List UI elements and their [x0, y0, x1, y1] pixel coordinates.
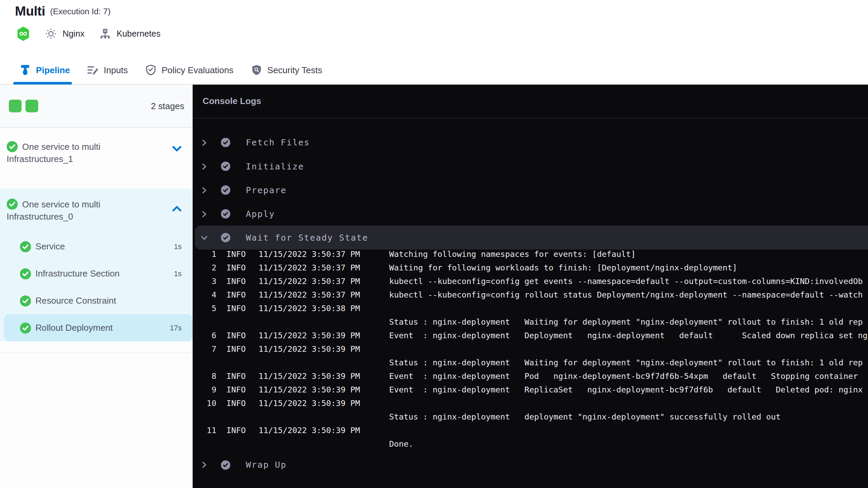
- log-line: 5INFO11/15/2022 3:50:38 PM: [193, 304, 868, 317]
- log-timestamp: 11/15/2022 3:50:37 PM: [258, 277, 360, 285]
- log-line: 2INFO11/15/2022 3:50:37 PMWaiting for fo…: [193, 263, 868, 277]
- log-line: 1INFO11/15/2022 3:50:37 PMWatching follo…: [193, 249, 868, 263]
- active-tab-underline: [13, 82, 72, 85]
- page-title: Multi: [15, 3, 45, 19]
- success-check-icon: [221, 460, 230, 470]
- log-message: Done.: [389, 439, 413, 448]
- step-duration: 17s: [170, 324, 181, 332]
- log-level: INFO: [226, 385, 246, 394]
- log-level: INFO: [226, 304, 246, 312]
- stage-status-square: [9, 100, 22, 113]
- log-level: INFO: [226, 344, 246, 353]
- console-body[interactable]: Fetch FilesInitializePrepareApplyWait fo…: [193, 118, 868, 476]
- hexagon-infinity-icon: [16, 26, 30, 42]
- step-infrastructure-section[interactable]: Infrastructure Section1s: [0, 260, 193, 287]
- log-message: Status : nginx-deployment Waiting for de…: [389, 358, 863, 367]
- pipeline-execution-app: Multi (Execution Id: 7) Nginx: [0, 0, 868, 488]
- chevron-right-icon[interactable]: [201, 163, 208, 170]
- stage-name-text: One service to multi Infrastructures_0: [7, 200, 101, 221]
- infrastructure-name: Kubernetes: [117, 29, 160, 39]
- log-timestamp: 11/15/2022 3:50:37 PM: [258, 249, 360, 258]
- success-check-icon: [221, 209, 230, 219]
- chevron-up-icon[interactable]: [172, 204, 182, 211]
- log-section-wrap-up[interactable]: Wrap Up: [193, 453, 868, 476]
- log-level: INFO: [226, 426, 246, 434]
- log-line-number: 4: [199, 290, 217, 299]
- step-label: Rollout Deployment: [35, 323, 113, 333]
- stage-header[interactable]: One service to multi Infrastructures_0: [0, 194, 193, 229]
- tab-bar: PipelineInputsPolicy EvaluationsSecurity…: [19, 56, 339, 84]
- stage-name: One service to multi Infrastructures_0: [7, 199, 162, 223]
- chevron-down-icon[interactable]: [172, 144, 182, 151]
- log-message: Event : nginx-deployment Pod nginx-deplo…: [389, 371, 858, 380]
- console-header: Console Logs: [193, 85, 868, 119]
- step-resource-constraint[interactable]: Resource Constraint: [0, 287, 193, 314]
- tab-policy-evaluations[interactable]: Policy Evaluations: [145, 56, 234, 84]
- log-line: Status : nginx-deployment Waiting for de…: [193, 358, 868, 371]
- log-section-fetch-files[interactable]: Fetch Files: [193, 130, 868, 154]
- stage-header[interactable]: One service to multi Infrastructures_1: [0, 135, 193, 172]
- shield-check-icon: [145, 64, 157, 76]
- log-section-initialize[interactable]: Initialize: [193, 155, 868, 178]
- log-section-wait-for-steady-state[interactable]: Wait for Steady State: [195, 226, 868, 249]
- stages-sidebar: 2 stages One service to multi Infrastruc…: [0, 85, 193, 488]
- tab-label: Security Tests: [267, 65, 322, 75]
- chevron-right-icon[interactable]: [201, 139, 208, 146]
- shield-search-icon: [251, 64, 262, 76]
- stage-list: One service to multi Infrastructures_1On…: [0, 135, 193, 353]
- success-check-icon: [20, 322, 31, 333]
- log-timestamp: 11/15/2022 3:50:38 PM: [258, 304, 360, 312]
- console-title: Console Logs: [203, 96, 261, 106]
- log-message: Status : nginx-deployment deployment "ng…: [389, 412, 781, 421]
- log-line-number: 10: [199, 399, 217, 407]
- execution-meta-row: Nginx Kubernetes: [16, 26, 160, 42]
- log-line-number: 1: [199, 249, 217, 258]
- log-section-apply[interactable]: Apply: [193, 202, 868, 226]
- step-label: Resource Constraint: [35, 296, 116, 306]
- step-rollout-deployment[interactable]: Rollout Deployment17s: [4, 314, 193, 341]
- log-message: Waiting for following workloads to finis…: [389, 263, 737, 272]
- success-check-icon: [221, 233, 230, 242]
- tab-security-tests[interactable]: Security Tests: [251, 56, 322, 84]
- log-level: INFO: [226, 371, 246, 380]
- stages-count: 2 stages: [151, 101, 184, 111]
- log-line: 7INFO11/15/2022 3:50:39 PM: [193, 344, 868, 358]
- log-message: Watching following namespaces for events…: [389, 249, 636, 258]
- section-label: Initialize: [246, 161, 304, 171]
- log-line: 11INFO11/15/2022 3:50:39 PM: [193, 426, 868, 439]
- log-timestamp: 11/15/2022 3:50:39 PM: [258, 331, 360, 340]
- step-label: Infrastructure Section: [35, 269, 119, 279]
- success-check-icon: [221, 185, 230, 195]
- step-list: Service1sInfrastructure Section1sResourc…: [0, 230, 193, 342]
- stage-name: One service to multi Infrastructures_1: [7, 141, 162, 165]
- log-line: 3INFO11/15/2022 3:50:37 PMkubectl --kube…: [193, 277, 868, 290]
- log-line: 10INFO11/15/2022 3:50:39 PM: [193, 399, 868, 412]
- log-line: 9INFO11/15/2022 3:50:39 PMEvent : nginx-…: [193, 385, 868, 399]
- log-line-number: 2: [199, 263, 217, 272]
- chevron-right-icon[interactable]: [201, 210, 208, 217]
- step-service[interactable]: Service1s: [0, 233, 193, 260]
- log-line-number: 5: [199, 304, 217, 312]
- service-name: Nginx: [62, 29, 84, 39]
- tab-pipeline[interactable]: Pipeline: [19, 56, 70, 84]
- step-duration: 1s: [174, 269, 181, 278]
- log-timestamp: 11/15/2022 3:50:39 PM: [258, 399, 360, 407]
- chevron-right-icon[interactable]: [201, 462, 208, 468]
- chevron-right-icon[interactable]: [201, 187, 208, 194]
- log-timestamp: 11/15/2022 3:50:37 PM: [258, 290, 360, 299]
- gear-icon: [45, 28, 57, 40]
- tab-label: Inputs: [104, 65, 128, 75]
- log-message: Status : nginx-deployment Waiting for de…: [389, 317, 863, 326]
- log-line-number: 7: [199, 344, 217, 353]
- stages-summary-bar: 2 stages: [0, 85, 193, 128]
- log-line-number: 9: [199, 385, 217, 394]
- tab-inputs[interactable]: Inputs: [87, 56, 128, 84]
- chevron-down-icon[interactable]: [201, 234, 208, 241]
- log-level: INFO: [226, 263, 246, 272]
- log-message: Event : nginx-deployment ReplicaSet ngin…: [389, 385, 863, 394]
- inputs-edit-icon: [87, 64, 99, 76]
- log-line-number: 6: [199, 331, 217, 340]
- content: 2 stages One service to multi Infrastruc…: [0, 85, 868, 488]
- step-duration: 1s: [174, 242, 181, 250]
- log-section-prepare[interactable]: Prepare: [193, 178, 868, 202]
